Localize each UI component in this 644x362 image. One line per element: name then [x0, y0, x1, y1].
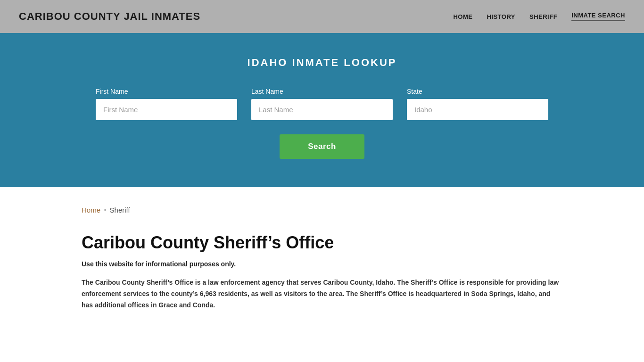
last-name-group: Last Name [251, 88, 393, 120]
nav-home[interactable]: HOME [453, 13, 472, 20]
search-button[interactable]: Search [280, 134, 364, 159]
nav-sheriff[interactable]: SHERIFF [529, 13, 557, 20]
last-name-label: Last Name [251, 88, 393, 95]
page-tagline: Use this website for informational purpo… [82, 260, 562, 268]
search-button-row: Search [63, 134, 581, 159]
site-title: CARIBOU COUNTY JAIL INMATES [19, 10, 200, 23]
page-paragraph: The Caribou County Sheriff’s Office is a… [82, 277, 562, 311]
state-label: State [407, 88, 548, 95]
page-heading: Caribou County Sheriff’s Office [82, 233, 562, 253]
nav-history[interactable]: HISTORY [487, 13, 515, 20]
last-name-input[interactable] [251, 99, 393, 120]
state-group: State [407, 88, 548, 120]
first-name-group: First Name [96, 88, 237, 120]
first-name-label: First Name [96, 88, 237, 95]
breadcrumb: Home • Sheriff [82, 206, 562, 214]
main-content: Home • Sheriff Caribou County Sheriff’s … [63, 187, 581, 339]
first-name-input[interactable] [96, 99, 237, 120]
state-input[interactable] [407, 99, 548, 120]
search-fields: First Name Last Name State [63, 88, 581, 120]
breadcrumb-current: Sheriff [110, 206, 130, 214]
nav-inmate-search[interactable]: INMATE SEARCH [571, 12, 625, 21]
main-nav: HOME HISTORY SHERIFF INMATE SEARCH [453, 12, 625, 21]
breadcrumb-home[interactable]: Home [82, 206, 100, 214]
breadcrumb-separator: • [104, 207, 106, 213]
search-title: IDAHO INMATE LOOKUP [63, 57, 581, 69]
search-section: IDAHO INMATE LOOKUP First Name Last Name… [0, 33, 644, 187]
site-header: CARIBOU COUNTY JAIL INMATES HOME HISTORY… [0, 0, 644, 33]
